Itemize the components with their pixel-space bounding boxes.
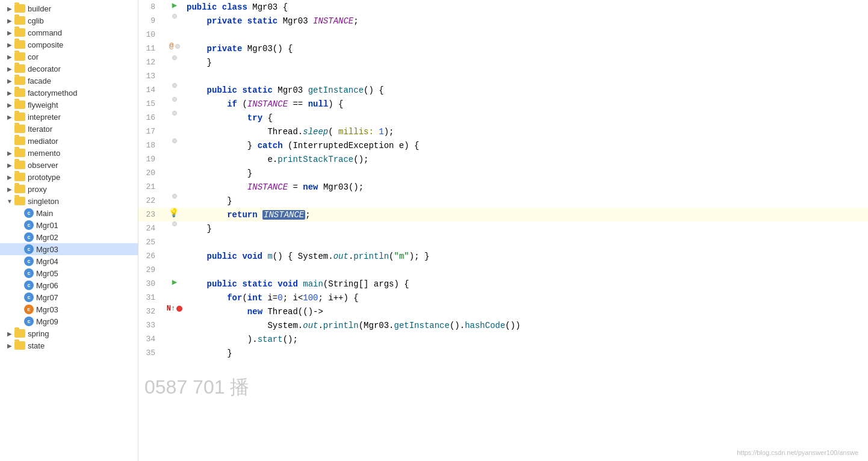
line-gutter — [163, 55, 187, 60]
code-line-14: 14 public static Mgr03 getInstance() { — [138, 83, 868, 97]
folder-icon — [14, 341, 25, 350]
sidebar-item-mgr03-selected[interactable]: c Mgr03 — [0, 243, 138, 255]
sidebar-item-memento[interactable]: ▶ memento — [0, 147, 138, 159]
sidebar-item-mgr02[interactable]: c Mgr02 — [0, 231, 138, 243]
chevron-right-icon: ▶ — [5, 40, 14, 49]
class-icon: c — [24, 232, 34, 242]
folder-icon — [14, 52, 25, 61]
sidebar-item-command[interactable]: ▶ command — [0, 26, 138, 39]
run-button[interactable]: ▶ — [172, 277, 177, 287]
sidebar-item-mgr09[interactable]: c Mgr09 — [0, 315, 138, 327]
sidebar-item-mgr05[interactable]: c Mgr05 — [0, 267, 138, 279]
sidebar-item-facade[interactable]: ▶ facade — [0, 75, 138, 87]
sidebar-item-label: cglib — [28, 16, 44, 25]
folder-icon — [14, 137, 25, 145]
code-content: return INSTANCE; — [187, 208, 868, 221]
chevron-right-icon: ▶ — [5, 100, 14, 110]
sidebar-item-mgr07[interactable]: c Mgr07 — [0, 291, 138, 303]
folder-icon — [14, 197, 25, 205]
sidebar-item-decorator[interactable]: ▶ decorator — [0, 63, 138, 75]
code-line-22: 22 } — [138, 194, 868, 208]
class-icon: c — [24, 208, 34, 218]
sidebar-item-label: builder — [28, 4, 51, 13]
sidebar-item-factorymethod[interactable]: ▶ factorymethod — [0, 87, 138, 99]
run-button[interactable]: ▶ — [172, 0, 177, 10]
line-number: 33 — [138, 318, 163, 332]
class-icon-orange: E — [24, 305, 34, 314]
sidebar-item-main[interactable]: c Main — [0, 207, 138, 219]
folder-icon — [14, 101, 25, 109]
sidebar-item-mediator[interactable]: mediator — [0, 135, 138, 147]
code-content — [187, 235, 868, 236]
sidebar-item-intepreter[interactable]: ▶ intepreter — [0, 111, 138, 123]
sidebar-item-label: Main — [36, 209, 53, 218]
code-line-32: 32 N↑ new Thread(()-> — [138, 305, 868, 318]
chevron-right-icon: ▶ — [5, 88, 14, 97]
sidebar-item-label: state — [28, 341, 45, 350]
folder-icon — [14, 329, 25, 338]
debug-dot — [172, 55, 177, 60]
sidebar-item-state[interactable]: ▶ state — [0, 339, 138, 351]
sidebar-item-composite[interactable]: ▶ composite — [0, 39, 138, 51]
sidebar-item-builder[interactable]: ▶ builder — [0, 2, 138, 14]
sidebar-item-spring[interactable]: ▶ spring — [0, 327, 138, 339]
sidebar-item-cor[interactable]: ▶ cor — [0, 51, 138, 63]
sidebar-item-label: Mgr01 — [36, 221, 58, 230]
code-line-26: 26 public void m() { System.out.println(… — [138, 249, 868, 263]
line-number: 22 — [138, 194, 163, 208]
sidebar-item-label: prototype — [28, 173, 60, 182]
code-line-19: 19 e.printStackTrace(); — [138, 152, 868, 166]
line-number: 8 — [138, 0, 163, 14]
sidebar-item-label: flyweight — [28, 101, 58, 110]
folder-icon — [14, 76, 25, 85]
code-line-29: 29 — [138, 263, 868, 277]
code-content: e.printStackTrace(); — [187, 152, 868, 166]
code-line-33: 33 System.out.println(Mgr03.getInstance(… — [138, 318, 868, 332]
annotation-icon: @ — [169, 42, 174, 51]
file-tree[interactable]: ▶ builder ▶ cglib ▶ command ▶ composite … — [0, 0, 138, 461]
class-icon: c — [24, 220, 34, 230]
sidebar-item-flyweight[interactable]: ▶ flyweight — [0, 99, 138, 111]
line-gutter — [163, 97, 187, 102]
sidebar-item-label: Mgr05 — [36, 269, 58, 278]
sidebar-item-proxy[interactable]: ▶ proxy — [0, 183, 138, 195]
sidebar-item-label: Mgr06 — [36, 281, 58, 290]
sidebar-item-mgr03-e[interactable]: E Mgr03 — [0, 303, 138, 315]
code-line-8: 8 ▶ public class Mgr03 { — [138, 0, 868, 14]
breakpoint-dot — [176, 306, 182, 312]
code-line-9: 9 private static Mgr03 INSTANCE; — [138, 14, 868, 28]
line-gutter — [163, 138, 187, 143]
chevron-right-icon: ▶ — [5, 160, 14, 170]
line-number: 19 — [138, 152, 163, 166]
class-icon: c — [24, 256, 34, 266]
class-icon: c — [24, 244, 34, 254]
sidebar-item-mgr04[interactable]: c Mgr04 — [0, 255, 138, 267]
chevron-right-icon: ▶ — [5, 28, 14, 37]
code-content: INSTANCE = new Mgr03(); — [187, 180, 868, 194]
folder-icon — [14, 88, 25, 97]
code-content: } — [187, 55, 868, 69]
line-number: 23 — [138, 208, 163, 221]
folder-icon — [14, 125, 25, 133]
code-editor[interactable]: 8 ▶ public class Mgr03 { 9 private stati… — [138, 0, 868, 461]
code-line-30: 30 ▶ public static void main(String[] ar… — [138, 277, 868, 291]
chevron-right-icon: ▶ — [5, 172, 14, 182]
line-number: 35 — [138, 346, 163, 360]
line-gutter[interactable]: ▶ — [163, 0, 187, 10]
sidebar-item-label: memento — [28, 149, 60, 158]
folder-icon — [14, 185, 25, 193]
line-number: 18 — [138, 138, 163, 152]
sidebar-item-prototype[interactable]: ▶ prototype — [0, 171, 138, 183]
sidebar-item-mgr06[interactable]: c Mgr06 — [0, 279, 138, 291]
folder-icon — [14, 64, 25, 73]
sidebar-item-singleton[interactable]: ▼ singleton — [0, 195, 138, 207]
sidebar-item-label: factorymethod — [28, 88, 77, 97]
folder-icon — [14, 149, 25, 157]
sidebar-item-label: cor — [28, 52, 39, 61]
sidebar-item-cglib[interactable]: ▶ cglib — [0, 14, 138, 26]
sidebar-item-mgr01[interactable]: c Mgr01 — [0, 219, 138, 231]
sidebar-item-label: Mgr07 — [36, 293, 58, 302]
sidebar-item-observer[interactable]: ▶ observer — [0, 159, 138, 171]
debug-dot — [172, 221, 177, 226]
sidebar-item-iterator[interactable]: Iterator — [0, 123, 138, 135]
